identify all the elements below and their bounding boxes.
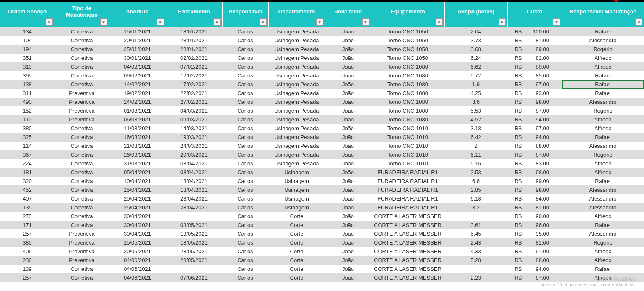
cell-tipo[interactable]: Corretiva [55, 62, 109, 71]
table-row[interactable]: 257Corretiva04/06/202107/06/2021CarlosCo… [0, 273, 644, 282]
table-row[interactable]: 367Corretiva26/03/202129/03/2021CarlosUs… [0, 150, 644, 159]
table-row[interactable]: 104Corretiva20/01/202123/01/2021CarlosUs… [0, 36, 644, 45]
cell-respman[interactable]: Alfredo [562, 124, 644, 133]
cell-abertura[interactable]: 19/02/2021 [109, 89, 166, 98]
cell-fechamento[interactable]: 23/01/2021 [166, 36, 222, 45]
table-row[interactable]: 273Corretiva30/04/2021CarlosCorteJoãoCOR… [0, 212, 644, 221]
cell-respman[interactable]: Alessandro [562, 194, 644, 203]
cell-tempo[interactable]: 2.43 [444, 238, 507, 247]
cell-tempo[interactable]: 3.18 [444, 124, 507, 133]
table-row[interactable]: 452Corretiva15/04/202118/04/2021CarlosUs… [0, 185, 644, 194]
cell-depto[interactable]: Usinagem Pesada [268, 80, 325, 89]
cell-custo[interactable]: 99.00 [524, 177, 562, 185]
cell-equip[interactable]: FURADEIRA RADIAL R1 [371, 203, 444, 212]
cell-custo[interactable]: 91.00 [524, 247, 562, 256]
cell-os[interactable]: 194 [0, 45, 55, 54]
cell-currency[interactable]: R$ [507, 36, 524, 45]
cell-resp[interactable]: Carlos [222, 115, 268, 124]
cell-custo[interactable]: 80.00 [524, 62, 562, 71]
table-row[interactable]: 351Corretiva30/01/202102/02/2021CarlosUs… [0, 54, 644, 62]
cell-currency[interactable]: R$ [507, 229, 524, 238]
cell-depto[interactable]: Usinagem Pesada [268, 71, 325, 80]
cell-fechamento[interactable] [166, 265, 222, 273]
cell-respman[interactable]: Alessandro [562, 185, 644, 194]
cell-respman[interactable]: Rafael [562, 221, 644, 229]
cell-tipo[interactable]: Corretiva [55, 71, 109, 80]
cell-tempo[interactable]: 6.11 [444, 150, 507, 159]
cell-equip[interactable]: CORTE A LASER MESSER [371, 212, 444, 221]
cell-equip[interactable]: FURADEIRA RADIAL R1 [371, 185, 444, 194]
cell-custo[interactable]: 87.00 [524, 150, 562, 159]
cell-respman[interactable]: Rafael [562, 80, 644, 89]
cell-os[interactable]: 152 [0, 106, 55, 115]
cell-solic[interactable]: João [325, 194, 371, 203]
cell-depto[interactable]: Usinagem Pesada [268, 150, 325, 159]
filter-dropdown-icon[interactable] [260, 18, 267, 26]
cell-equip[interactable]: FURADEIRA RADIAL R1 [371, 168, 444, 177]
header-depto[interactable]: Departamento [268, 2, 325, 27]
cell-tempo[interactable]: 3.68 [444, 45, 507, 54]
cell-respman[interactable]: Rafael [562, 133, 644, 142]
cell-resp[interactable]: Carlos [222, 221, 268, 229]
cell-depto[interactable]: Usinagem Pesada [268, 142, 325, 150]
cell-depto[interactable]: Corte [268, 212, 325, 221]
cell-tempo[interactable]: 6.62 [444, 62, 507, 71]
cell-fechamento[interactable]: 18/05/2021 [166, 238, 222, 247]
cell-fechamento[interactable]: 24/03/2021 [166, 142, 222, 150]
cell-tempo[interactable]: 3.73 [444, 36, 507, 45]
cell-resp[interactable]: Carlos [222, 273, 268, 282]
cell-currency[interactable]: R$ [507, 256, 524, 265]
cell-resp[interactable]: Carlos [222, 159, 268, 168]
cell-solic[interactable]: João [325, 106, 371, 115]
filter-dropdown-icon[interactable] [436, 18, 443, 26]
cell-os[interactable]: 257 [0, 229, 55, 238]
cell-tempo[interactable]: 6.18 [444, 194, 507, 203]
header-resp[interactable]: Responsável [222, 2, 268, 27]
cell-currency[interactable]: R$ [507, 133, 524, 142]
cell-abertura[interactable]: 09/02/2021 [109, 71, 166, 80]
cell-equip[interactable]: Torno CNC 1050 [371, 36, 444, 45]
cell-tipo[interactable]: Corretiva [55, 36, 109, 45]
cell-depto[interactable]: Corte [268, 221, 325, 229]
cell-abertura[interactable]: 20/04/2021 [109, 194, 166, 203]
cell-tempo[interactable]: 3.2 [444, 203, 507, 212]
table-row[interactable]: 134Corretiva15/01/202118/01/2021CarlosUs… [0, 27, 644, 36]
cell-custo[interactable]: 97.00 [524, 80, 562, 89]
cell-tempo[interactable]: 3.6 [444, 98, 507, 106]
header-respman[interactable]: Responsável Manutenção [562, 2, 644, 27]
cell-resp[interactable]: Carlos [222, 124, 268, 133]
cell-depto[interactable]: Usinagem [268, 185, 325, 194]
cell-resp[interactable]: Carlos [222, 98, 268, 106]
cell-respman[interactable]: Rafael [562, 177, 644, 185]
cell-currency[interactable]: R$ [507, 159, 524, 168]
table-row[interactable]: 395Corretiva09/02/202112/02/2021CarlosUs… [0, 71, 644, 80]
table-row[interactable]: 152Preventiva01/03/202104/03/2021CarlosU… [0, 106, 644, 115]
table-row[interactable]: 311Preventiva19/02/202122/02/2021CarlosU… [0, 89, 644, 98]
cell-os[interactable]: 181 [0, 168, 55, 177]
cell-fechamento[interactable]: 27/02/2021 [166, 98, 222, 106]
cell-os[interactable]: 406 [0, 247, 55, 256]
cell-resp[interactable]: Carlos [222, 89, 268, 98]
cell-abertura[interactable]: 26/03/2021 [109, 150, 166, 159]
cell-depto[interactable]: Usinagem Pesada [268, 62, 325, 71]
cell-tempo[interactable]: 5.72 [444, 71, 507, 80]
cell-equip[interactable]: Torno CNC 1050 [371, 27, 444, 36]
cell-depto[interactable]: Usinagem Pesada [268, 115, 325, 124]
cell-tipo[interactable]: Preventiva [55, 256, 109, 265]
cell-abertura[interactable]: 20/01/2021 [109, 36, 166, 45]
table-row[interactable]: 380Corretiva11/03/202114/03/2021CarlosUs… [0, 124, 644, 133]
cell-respman[interactable]: Rafael [562, 89, 644, 98]
table-row[interactable]: 114Corretiva21/03/202124/03/2021CarlosUs… [0, 142, 644, 150]
cell-os[interactable]: 325 [0, 133, 55, 142]
cell-solic[interactable]: João [325, 124, 371, 133]
cell-abertura[interactable]: 15/05/2021 [109, 238, 166, 247]
cell-solic[interactable]: João [325, 265, 371, 273]
cell-abertura[interactable]: 04/06/2021 [109, 265, 166, 273]
table-row[interactable]: 224Corretiva31/03/202103/04/2021CarlosUs… [0, 159, 644, 168]
cell-equip[interactable]: CORTE A LASER MESSER [371, 229, 444, 238]
cell-custo[interactable]: 89.00 [524, 45, 562, 54]
cell-respman[interactable]: Alfredo [562, 256, 644, 265]
table-row[interactable]: 320Corretiva10/04/202113/04/2021CarlosUs… [0, 177, 644, 185]
cell-fechamento[interactable]: 28/01/2021 [166, 45, 222, 54]
cell-currency[interactable]: R$ [507, 62, 524, 71]
